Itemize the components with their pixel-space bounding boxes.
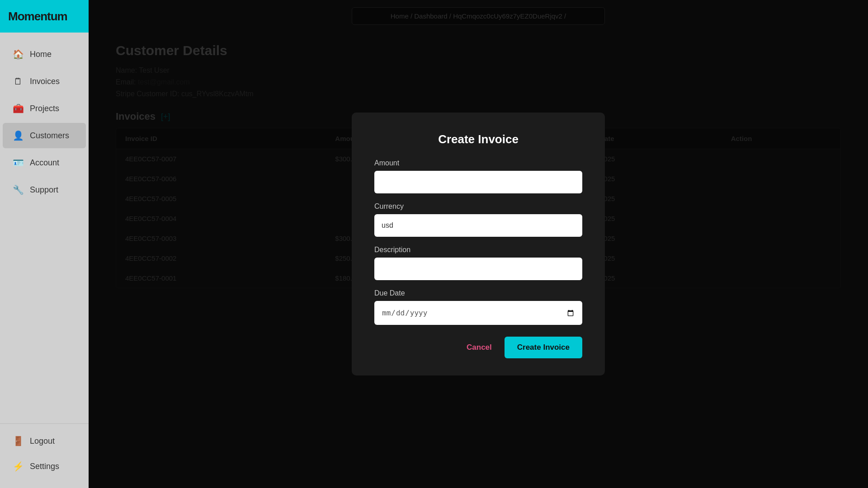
currency-input[interactable] bbox=[374, 214, 582, 237]
logo: Momentum bbox=[8, 9, 67, 23]
sidebar-item-customers[interactable]: 👤 Customers bbox=[3, 123, 86, 148]
description-label: Description bbox=[374, 246, 582, 254]
modal-overlay: Create Invoice Amount Currency Descripti… bbox=[89, 0, 868, 488]
support-icon: 🔧 bbox=[13, 184, 24, 195]
sidebar-item-label: Support bbox=[30, 185, 58, 195]
modal-actions: Cancel Create Invoice bbox=[374, 337, 582, 358]
description-field-group: Description bbox=[374, 246, 582, 280]
main-content: Home / Dashboard / HqCmqozc0cUy69z7yEZ0D… bbox=[89, 0, 868, 488]
sidebar-item-home[interactable]: 🏠 Home bbox=[3, 42, 86, 67]
due-date-label: Due Date bbox=[374, 289, 582, 297]
currency-field-group: Currency bbox=[374, 202, 582, 237]
sidebar-item-logout[interactable]: 🚪 Logout bbox=[3, 428, 86, 454]
sidebar-item-label: Home bbox=[30, 50, 52, 59]
invoices-icon: 🗒 bbox=[13, 76, 24, 87]
amount-input[interactable] bbox=[374, 171, 582, 193]
sidebar-item-invoices[interactable]: 🗒 Invoices bbox=[3, 69, 86, 94]
sidebar-item-label: Projects bbox=[30, 104, 59, 113]
sidebar-item-account[interactable]: 🪪 Account bbox=[3, 150, 86, 175]
settings-icon: ⚡ bbox=[13, 461, 24, 472]
description-input[interactable] bbox=[374, 258, 582, 280]
modal-title: Create Invoice bbox=[374, 132, 582, 146]
sidebar-item-label: Logout bbox=[30, 436, 55, 446]
home-icon: 🏠 bbox=[13, 49, 24, 60]
logout-icon: 🚪 bbox=[13, 436, 24, 446]
account-icon: 🪪 bbox=[13, 157, 24, 168]
due-date-field-group: Due Date bbox=[374, 289, 582, 325]
customers-icon: 👤 bbox=[13, 130, 24, 141]
cancel-button[interactable]: Cancel bbox=[461, 339, 497, 356]
sidebar-nav: 🏠 Home 🗒 Invoices 🧰 Projects 👤 Customers… bbox=[0, 33, 89, 423]
sidebar-item-projects[interactable]: 🧰 Projects bbox=[3, 96, 86, 121]
sidebar-item-label: Account bbox=[30, 158, 59, 168]
amount-field-group: Amount bbox=[374, 159, 582, 193]
sidebar-item-label: Customers bbox=[30, 131, 69, 141]
sidebar-item-support[interactable]: 🔧 Support bbox=[3, 177, 86, 202]
sidebar-item-label: Settings bbox=[30, 462, 59, 471]
currency-label: Currency bbox=[374, 202, 582, 211]
sidebar-item-settings[interactable]: ⚡ Settings bbox=[3, 454, 86, 479]
create-invoice-button[interactable]: Create Invoice bbox=[505, 337, 582, 358]
sidebar-item-label: Invoices bbox=[30, 77, 60, 86]
projects-icon: 🧰 bbox=[13, 103, 24, 114]
amount-label: Amount bbox=[374, 159, 582, 167]
due-date-input[interactable] bbox=[374, 301, 582, 325]
create-invoice-modal: Create Invoice Amount Currency Descripti… bbox=[352, 113, 605, 375]
sidebar: Momentum 🏠 Home 🗒 Invoices 🧰 Projects 👤 … bbox=[0, 0, 89, 488]
sidebar-header: Momentum bbox=[0, 0, 89, 33]
sidebar-bottom: 🚪 Logout ⚡ Settings bbox=[0, 423, 89, 488]
logo-m: M bbox=[8, 9, 18, 23]
